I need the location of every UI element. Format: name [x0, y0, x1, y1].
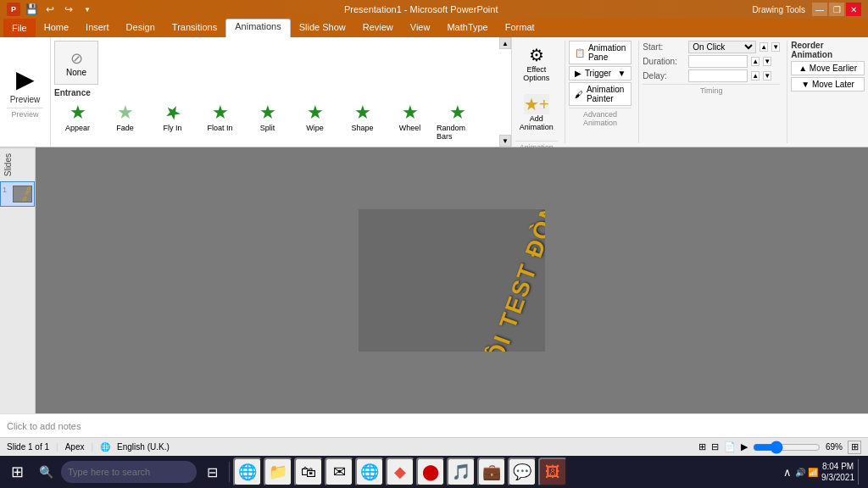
status-bar: Slide 1 of 1 | Apex | 🌐 English (U.K.) ⊞… — [0, 437, 868, 456]
taskbar-separator — [229, 462, 230, 482]
title-bar: P 💾 ↩ ↪ ▼ Presentation1 - Microsoft Powe… — [0, 0, 868, 19]
ribbon-content: ▶ Preview Preview ⊘ None Entrance ★ Appe… — [0, 37, 868, 147]
zoom-slider[interactable] — [753, 441, 821, 453]
tab-home[interactable]: Home — [36, 20, 77, 37]
tab-animations[interactable]: Animations — [225, 19, 290, 37]
status-right: ⊞ ⊟ 📄 ▶ 69% ⊞ — [698, 441, 861, 454]
taskview-button[interactable]: ⊟ — [198, 458, 225, 485]
zoom-fit[interactable]: ⊞ — [848, 441, 861, 454]
reorder-section: Reorder Animation ▲ Move Earlier ▼ Move … — [791, 41, 865, 143]
move-later-btn[interactable]: ▼ Move Later — [791, 77, 865, 92]
none-box[interactable]: ⊘ None — [54, 41, 98, 85]
qat-save[interactable]: 💾 — [24, 2, 39, 17]
tab-file[interactable]: File — [3, 19, 36, 37]
tab-transitions[interactable]: Transitions — [164, 20, 225, 37]
minimize-button[interactable]: — — [812, 3, 827, 16]
delay-row: Delay: ▲ ▼ — [643, 69, 780, 82]
advanced-animation-group-label: Advanced Animation — [569, 108, 632, 127]
anim-wipe[interactable]: ★ Wipe — [292, 99, 338, 143]
delay-input[interactable] — [688, 69, 748, 82]
preview-label[interactable]: Preview — [10, 95, 41, 104]
slide-text: TÔI TEST ĐÒNG SLIDE — [476, 209, 545, 352]
anim-swivel-in[interactable]: ★ Swivel — [149, 144, 196, 147]
effect-add-section: ⚙ EffectOptions ★+ AddAnimation Animatio… — [515, 41, 565, 143]
search-button[interactable]: 🔍 — [32, 458, 59, 485]
anim-fly-in[interactable]: ★ Fly In — [149, 99, 196, 143]
qat-redo[interactable]: ↪ — [61, 2, 76, 17]
anim-random-bars[interactable]: ★ Random Bars — [434, 99, 481, 143]
preview-group-label: Preview — [7, 108, 43, 119]
tab-slideshow[interactable]: Slide Show — [291, 20, 354, 37]
anim-bounce[interactable]: ★ Bounce — [197, 144, 243, 147]
tray-up[interactable]: ∧ — [783, 466, 792, 479]
taskbar-app2[interactable]: ◆ — [386, 458, 415, 486]
timing-section: Start: On Click ▲ ▼ Duration: ▲ ▼ Delay:… — [643, 41, 787, 143]
show-desktop[interactable] — [858, 459, 865, 485]
taskbar-store[interactable]: 🛍 — [294, 458, 323, 486]
taskbar-chrome[interactable]: 🌐 — [355, 458, 384, 486]
effect-options-btn[interactable]: ⚙ EffectOptions — [516, 41, 557, 86]
tab-review[interactable]: Review — [354, 20, 402, 37]
animation-pane-btn[interactable]: 📋 Animation Pane — [569, 41, 632, 64]
tab-mathtype[interactable]: MathType — [438, 20, 496, 37]
anim-float-in[interactable]: ★ Float In — [197, 99, 243, 143]
taskbar-explorer[interactable]: 📁 — [264, 458, 292, 486]
taskbar-teams[interactable]: 💬 — [508, 458, 537, 486]
clock-time: 8:04 PM — [821, 461, 854, 472]
start-dropdown[interactable]: On Click — [688, 41, 756, 53]
tab-design[interactable]: Design — [118, 20, 164, 37]
status-left: Slide 1 of 1 | Apex | 🌐 English (U.K.) — [7, 442, 170, 452]
tab-format[interactable]: Format — [497, 20, 543, 37]
taskbar-right: ∧ 🔊 📶 8:04 PM 9/3/2021 — [783, 459, 865, 485]
delay-up[interactable]: ▲ — [751, 71, 760, 80]
anim-shape[interactable]: ★ Shape — [339, 99, 386, 143]
start-row: Start: On Click ▲ ▼ — [643, 41, 780, 53]
duration-down[interactable]: ▼ — [763, 57, 771, 66]
notes-area[interactable]: Click to add notes — [0, 413, 868, 437]
search-input[interactable] — [61, 461, 197, 483]
view-slide-sorter[interactable]: ⊟ — [711, 441, 719, 452]
view-slideshow[interactable]: ▶ — [741, 441, 748, 452]
view-reading[interactable]: 📄 — [724, 441, 736, 452]
move-earlier-btn[interactable]: ▲ Move Earlier — [791, 61, 865, 75]
start-button[interactable]: ⊞ — [3, 458, 31, 485]
delay-down[interactable]: ▼ — [763, 71, 771, 80]
anim-zoom[interactable]: ★ Zoom — [102, 144, 148, 147]
tab-view[interactable]: View — [402, 20, 439, 37]
start-down[interactable]: ▼ — [771, 42, 780, 52]
duration-input[interactable] — [688, 55, 748, 68]
duration-label: Duration: — [643, 57, 685, 66]
tab-insert[interactable]: Insert — [77, 20, 118, 37]
slide-item-1[interactable]: 1 TÔI TEST — [0, 181, 35, 207]
language-name: English (U.K.) — [117, 442, 170, 452]
taskbar-vscode[interactable]: 💼 — [477, 458, 506, 486]
anim-fade-in[interactable]: ★ Fade — [102, 99, 148, 143]
view-normal[interactable]: ⊞ — [698, 441, 706, 452]
panel-scroll-up[interactable]: ▲ — [499, 37, 511, 49]
entrance-label: Entrance — [54, 88, 508, 97]
close-button[interactable]: ✕ — [846, 3, 861, 16]
trigger-btn[interactable]: ▶ Trigger ▼ — [569, 66, 632, 80]
taskbar-opera[interactable]: ⬤ — [416, 458, 445, 486]
ribbon-right-panel: ⚙ EffectOptions ★+ AddAnimation Animatio… — [511, 37, 868, 147]
qat-undo[interactable]: ↩ — [42, 2, 58, 17]
slide-canvas[interactable]: TÔI TEST ĐÒNG SLIDE — [359, 209, 545, 352]
anim-grow-turn[interactable]: ★ Grow & Turn — [54, 144, 101, 147]
window-title: Presentation1 - Microsoft PowerPoint — [95, 4, 747, 14]
anim-split[interactable]: ★ Split — [244, 99, 291, 143]
panel-scroll-down[interactable]: ▼ — [499, 135, 511, 147]
duration-up[interactable]: ▲ — [751, 57, 760, 66]
taskbar-powerpoint[interactable]: 🖼 — [538, 458, 567, 486]
taskbar-music[interactable]: 🎵 — [447, 458, 476, 486]
maximize-button[interactable]: ❐ — [829, 3, 844, 16]
anim-appear[interactable]: ★ Appear — [54, 99, 101, 143]
anim-wheel[interactable]: ★ Wheel — [387, 99, 433, 143]
start-up[interactable]: ▲ — [760, 42, 768, 52]
taskbar-mail[interactable]: ✉ — [325, 458, 353, 486]
add-animation-btn[interactable]: ★+ AddAnimation — [515, 90, 558, 136]
qat-dropdown[interactable]: ▼ — [80, 2, 95, 17]
none-label: None — [66, 68, 86, 77]
animations-list-panel: ⊘ None Entrance ★ Appear ★ Fade ★ Fly In — [51, 37, 511, 147]
taskbar-edge[interactable]: 🌐 — [233, 458, 262, 486]
animation-painter-btn[interactable]: 🖌 Animation Painter — [569, 82, 632, 106]
